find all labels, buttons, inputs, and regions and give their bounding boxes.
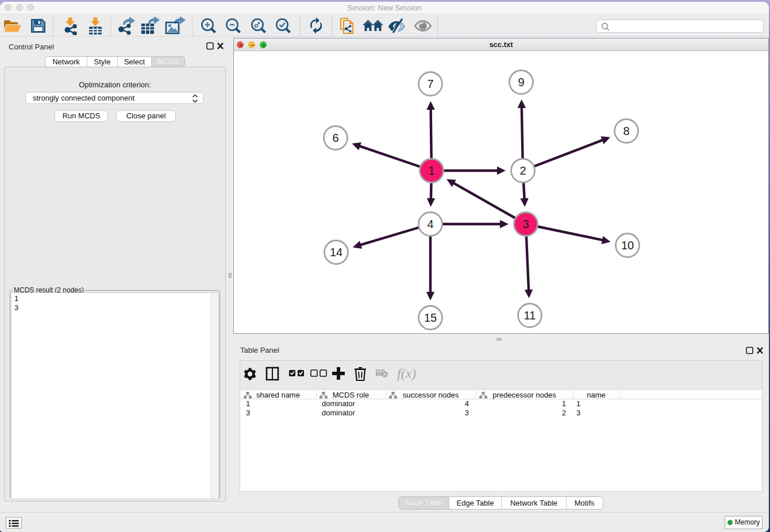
svg-text:15: 15 [424, 311, 437, 324]
svg-text:3: 3 [522, 218, 529, 230]
svg-text:9: 9 [518, 76, 524, 88]
svg-text:14: 14 [330, 246, 342, 259]
svg-text:4: 4 [427, 218, 433, 230]
svg-text:f(x): f(x) [397, 366, 416, 381]
svg-text:1: 1 [428, 164, 434, 177]
svg-text:6: 6 [332, 132, 338, 144]
svg-text:2: 2 [519, 164, 526, 177]
svg-text:10: 10 [621, 239, 634, 252]
svg-text:11: 11 [524, 309, 536, 322]
svg-text:7: 7 [427, 78, 433, 90]
svg-text:8: 8 [623, 125, 629, 137]
